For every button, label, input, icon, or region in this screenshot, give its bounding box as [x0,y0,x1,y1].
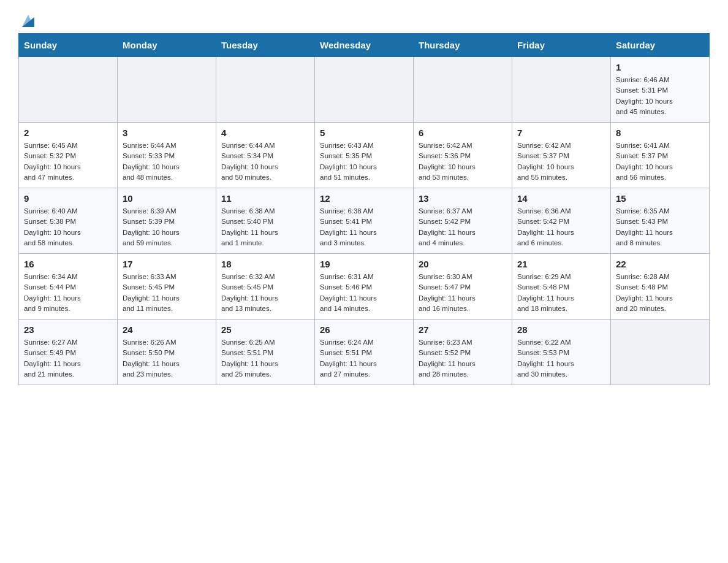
calendar-cell: 19Sunrise: 6:31 AMSunset: 5:46 PMDayligh… [315,254,414,320]
calendar-cell [315,57,414,123]
day-number: 6 [419,128,507,138]
weekday-header-row: SundayMondayTuesdayWednesdayThursdayFrid… [19,34,710,57]
calendar-cell: 8Sunrise: 6:41 AMSunset: 5:37 PMDaylight… [611,123,710,188]
calendar-cell: 14Sunrise: 6:36 AMSunset: 5:42 PMDayligh… [512,188,611,254]
day-info: Sunrise: 6:42 AMSunset: 5:36 PMDaylight:… [419,140,507,183]
day-info: Sunrise: 6:23 AMSunset: 5:52 PMDaylight:… [419,337,507,380]
day-info: Sunrise: 6:44 AMSunset: 5:34 PMDaylight:… [221,140,309,183]
day-info: Sunrise: 6:38 AMSunset: 5:41 PMDaylight:… [320,206,408,248]
day-number: 10 [123,193,211,204]
day-number: 24 [123,324,211,335]
weekday-header-thursday: Thursday [414,34,512,57]
day-number: 11 [221,193,309,204]
weekday-header-tuesday: Tuesday [216,34,315,57]
day-number: 13 [419,193,507,204]
calendar-body: 1Sunrise: 6:46 AMSunset: 5:31 PMDaylight… [19,57,710,385]
day-number: 26 [320,324,408,335]
calendar-cell: 13Sunrise: 6:37 AMSunset: 5:42 PMDayligh… [414,188,512,254]
weekday-header-wednesday: Wednesday [315,34,414,57]
logo-triangle-icon [20,12,37,29]
week-row-3: 9Sunrise: 6:40 AMSunset: 5:38 PMDaylight… [19,188,710,254]
day-number: 9 [24,193,112,204]
calendar-cell: 18Sunrise: 6:32 AMSunset: 5:45 PMDayligh… [216,254,315,320]
calendar-cell [611,320,710,385]
calendar-cell: 27Sunrise: 6:23 AMSunset: 5:52 PMDayligh… [414,320,512,385]
day-number: 27 [419,324,507,335]
calendar-cell: 17Sunrise: 6:33 AMSunset: 5:45 PMDayligh… [118,254,216,320]
day-number: 2 [24,128,112,138]
calendar-cell: 28Sunrise: 6:22 AMSunset: 5:53 PMDayligh… [512,320,611,385]
week-row-4: 16Sunrise: 6:34 AMSunset: 5:44 PMDayligh… [19,254,710,320]
calendar-cell: 26Sunrise: 6:24 AMSunset: 5:51 PMDayligh… [315,320,414,385]
calendar-cell: 4Sunrise: 6:44 AMSunset: 5:34 PMDaylight… [216,123,315,188]
day-info: Sunrise: 6:37 AMSunset: 5:42 PMDaylight:… [419,206,507,248]
calendar-cell: 15Sunrise: 6:35 AMSunset: 5:43 PMDayligh… [611,188,710,254]
day-info: Sunrise: 6:28 AMSunset: 5:48 PMDaylight:… [616,272,704,314]
day-info: Sunrise: 6:27 AMSunset: 5:49 PMDaylight:… [24,337,112,380]
calendar-cell [414,57,512,123]
day-info: Sunrise: 6:36 AMSunset: 5:42 PMDaylight:… [517,206,605,248]
calendar-cell [512,57,611,123]
day-number: 19 [320,259,408,269]
day-number: 15 [616,193,704,204]
day-number: 1 [616,62,704,72]
calendar-cell: 6Sunrise: 6:42 AMSunset: 5:36 PMDaylight… [414,123,512,188]
day-info: Sunrise: 6:22 AMSunset: 5:53 PMDaylight:… [517,337,605,380]
day-info: Sunrise: 6:31 AMSunset: 5:46 PMDaylight:… [320,272,408,314]
day-info: Sunrise: 6:44 AMSunset: 5:33 PMDaylight:… [123,140,211,183]
week-row-1: 1Sunrise: 6:46 AMSunset: 5:31 PMDaylight… [19,57,710,123]
day-number: 14 [517,193,605,204]
day-number: 28 [517,324,605,335]
calendar-cell: 9Sunrise: 6:40 AMSunset: 5:38 PMDaylight… [19,188,118,254]
day-info: Sunrise: 6:34 AMSunset: 5:44 PMDaylight:… [24,272,112,314]
day-number: 12 [320,193,408,204]
calendar-cell [19,57,118,123]
calendar-cell [216,57,315,123]
calendar-header: SundayMondayTuesdayWednesdayThursdayFrid… [19,34,710,57]
day-number: 16 [24,259,112,269]
day-info: Sunrise: 6:46 AMSunset: 5:31 PMDaylight:… [616,75,704,117]
calendar-cell: 20Sunrise: 6:30 AMSunset: 5:47 PMDayligh… [414,254,512,320]
calendar-cell [118,57,216,123]
calendar-cell: 23Sunrise: 6:27 AMSunset: 5:49 PMDayligh… [19,320,118,385]
calendar-cell: 1Sunrise: 6:46 AMSunset: 5:31 PMDaylight… [611,57,710,123]
calendar-cell: 12Sunrise: 6:38 AMSunset: 5:41 PMDayligh… [315,188,414,254]
day-info: Sunrise: 6:32 AMSunset: 5:45 PMDaylight:… [221,272,309,314]
calendar-cell: 10Sunrise: 6:39 AMSunset: 5:39 PMDayligh… [118,188,216,254]
logo [18,12,37,27]
day-info: Sunrise: 6:40 AMSunset: 5:38 PMDaylight:… [24,206,112,248]
day-number: 5 [320,128,408,138]
day-number: 21 [517,259,605,269]
day-info: Sunrise: 6:25 AMSunset: 5:51 PMDaylight:… [221,337,309,380]
calendar-cell: 24Sunrise: 6:26 AMSunset: 5:50 PMDayligh… [118,320,216,385]
day-number: 7 [517,128,605,138]
calendar-cell: 16Sunrise: 6:34 AMSunset: 5:44 PMDayligh… [19,254,118,320]
day-number: 23 [24,324,112,335]
weekday-header-sunday: Sunday [19,34,118,57]
calendar-cell: 22Sunrise: 6:28 AMSunset: 5:48 PMDayligh… [611,254,710,320]
day-info: Sunrise: 6:33 AMSunset: 5:45 PMDaylight:… [123,272,211,314]
calendar-cell: 21Sunrise: 6:29 AMSunset: 5:48 PMDayligh… [512,254,611,320]
weekday-header-monday: Monday [118,34,216,57]
day-number: 17 [123,259,211,269]
calendar-cell: 2Sunrise: 6:45 AMSunset: 5:32 PMDaylight… [19,123,118,188]
day-info: Sunrise: 6:26 AMSunset: 5:50 PMDaylight:… [123,337,211,380]
day-info: Sunrise: 6:43 AMSunset: 5:35 PMDaylight:… [320,140,408,183]
day-info: Sunrise: 6:41 AMSunset: 5:37 PMDaylight:… [616,140,704,183]
day-number: 25 [221,324,309,335]
day-info: Sunrise: 6:35 AMSunset: 5:43 PMDaylight:… [616,206,704,248]
calendar-cell: 11Sunrise: 6:38 AMSunset: 5:40 PMDayligh… [216,188,315,254]
week-row-5: 23Sunrise: 6:27 AMSunset: 5:49 PMDayligh… [19,320,710,385]
day-number: 20 [419,259,507,269]
day-number: 18 [221,259,309,269]
day-info: Sunrise: 6:42 AMSunset: 5:37 PMDaylight:… [517,140,605,183]
day-number: 3 [123,128,211,138]
page-header [18,12,710,27]
weekday-header-saturday: Saturday [611,34,710,57]
calendar-table: SundayMondayTuesdayWednesdayThursdayFrid… [18,33,710,385]
calendar-cell: 5Sunrise: 6:43 AMSunset: 5:35 PMDaylight… [315,123,414,188]
day-info: Sunrise: 6:24 AMSunset: 5:51 PMDaylight:… [320,337,408,380]
day-number: 4 [221,128,309,138]
day-info: Sunrise: 6:45 AMSunset: 5:32 PMDaylight:… [24,140,112,183]
week-row-2: 2Sunrise: 6:45 AMSunset: 5:32 PMDaylight… [19,123,710,188]
